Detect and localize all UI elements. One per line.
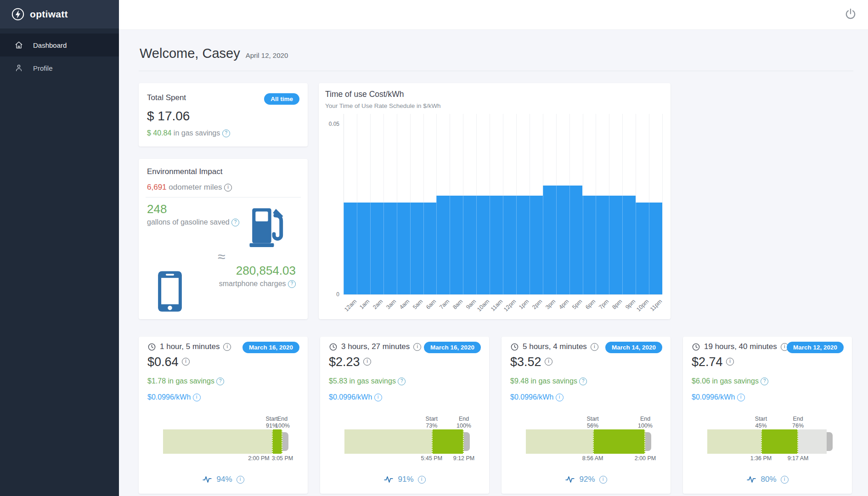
- efficiency-value: 91%: [398, 475, 413, 484]
- battery-bar: [707, 429, 827, 454]
- tou-bar-1am: [357, 203, 370, 294]
- battery-start-label: Start: [265, 416, 277, 422]
- help-icon[interactable]: ?: [231, 219, 239, 226]
- battery-initial-segment: [707, 429, 761, 454]
- info-icon[interactable]: i: [737, 394, 745, 401]
- environmental-impact-card: Environmental Impact 6,691 odometer mile…: [139, 159, 308, 319]
- tou-bar-5pm: [569, 186, 582, 294]
- total-spent-title: Total Spent: [147, 93, 186, 102]
- charge-cost-value: $3.52: [510, 355, 541, 369]
- sidebar-item-dashboard[interactable]: Dashboard: [0, 34, 119, 56]
- charge-date-badge: March 16, 2020: [242, 342, 299, 353]
- x-tick-label: 10am: [476, 298, 490, 313]
- tou-bar-9pm: [622, 196, 636, 294]
- battery-end-percent: 76%: [792, 423, 804, 429]
- efficiency-row: 94% i: [139, 474, 308, 485]
- info-icon[interactable]: i: [182, 358, 190, 366]
- info-icon[interactable]: i: [781, 476, 789, 484]
- tou-bar-1pm: [516, 196, 530, 294]
- info-icon[interactable]: i: [237, 476, 244, 484]
- x-tick-label: 1pm: [518, 298, 530, 310]
- battery-end-label: End: [793, 416, 803, 422]
- info-icon[interactable]: i: [374, 394, 382, 401]
- charge-duration-row: 3 hours, 27 minutes i: [329, 342, 421, 351]
- info-icon[interactable]: i: [591, 343, 598, 351]
- battery-charged-segment: [432, 429, 464, 454]
- info-icon[interactable]: i: [545, 358, 552, 366]
- help-icon[interactable]: ?: [761, 378, 768, 385]
- info-icon[interactable]: i: [599, 476, 607, 484]
- info-icon[interactable]: i: [224, 184, 232, 192]
- odometer-label: odometer miles: [169, 183, 222, 192]
- x-tick-label: 2am: [372, 298, 384, 310]
- total-gas-savings: $ 40.84 in gas savings ?: [147, 129, 230, 137]
- gallons-saved-value: 248: [147, 202, 167, 216]
- logout-power-button[interactable]: [844, 7, 857, 21]
- help-icon[interactable]: ?: [398, 378, 406, 385]
- gallons-saved-label: gallons of gasoline saved ?: [147, 218, 239, 226]
- chart-title: Time of use Cost/kWh: [325, 90, 404, 99]
- y-tick-zero: 0: [336, 291, 339, 298]
- charge-start-time: 8:56 AM: [582, 455, 603, 462]
- charge-gas-savings-text: $5.83 in gas savings: [329, 377, 396, 385]
- charge-duration-row: 1 hour, 5 minutes i: [147, 342, 231, 351]
- charge-start-time: 5:45 PM: [421, 455, 443, 462]
- charge-end-time: 9:12 PM: [453, 455, 475, 462]
- charge-duration: 3 hours, 27 minutes: [341, 342, 410, 351]
- charge-date-badge: March 14, 2020: [605, 342, 662, 353]
- pulse-icon: [202, 474, 212, 485]
- help-icon[interactable]: ?: [579, 378, 587, 385]
- tou-bar-11pm: [649, 203, 662, 294]
- info-icon[interactable]: i: [363, 358, 371, 366]
- battery-end-percent: 100%: [275, 423, 290, 429]
- sidebar-item-profile[interactable]: Profile: [0, 56, 119, 79]
- battery-start-percent: 45%: [755, 423, 767, 429]
- charge-gas-savings-text: $1.78 in gas savings: [147, 377, 214, 385]
- charge-duration: 19 hours, 40 minutes: [704, 342, 777, 351]
- x-tick-label: 4am: [398, 298, 411, 310]
- efficiency-value: 80%: [761, 475, 776, 484]
- tou-bar-6am: [423, 203, 436, 294]
- charge-cost: $3.52 i: [510, 355, 552, 369]
- battery-initial-segment: [344, 429, 432, 454]
- charge-gas-savings-text: $9.48 in gas savings: [510, 377, 577, 385]
- battery-start-label: Start: [755, 416, 767, 422]
- battery-bar: [344, 429, 464, 454]
- battery-charged-segment: [272, 429, 282, 454]
- charge-card-1: 1 hour, 5 minutes i March 16, 2020 $0.64…: [139, 337, 308, 494]
- info-icon[interactable]: i: [418, 476, 426, 484]
- tou-bar-12pm: [503, 196, 516, 294]
- x-tick-label: 9pm: [624, 298, 637, 310]
- info-icon[interactable]: i: [556, 394, 564, 401]
- brand-header: optiwatt: [0, 0, 119, 28]
- charge-cost-value: $2.23: [329, 355, 360, 369]
- info-icon[interactable]: i: [193, 394, 201, 401]
- efficiency-row: 91% i: [320, 474, 489, 485]
- x-tick-label: 5pm: [571, 298, 583, 310]
- charge-rate: $0.0996/kWh i: [329, 393, 382, 401]
- info-icon[interactable]: i: [413, 343, 421, 351]
- gas-pump-icon: [249, 206, 288, 249]
- info-icon[interactable]: i: [726, 358, 734, 366]
- info-icon[interactable]: i: [223, 343, 231, 351]
- all-time-badge: All time: [264, 93, 299, 105]
- charge-gas-savings: $6.06 in gas savings ?: [692, 377, 768, 385]
- charge-duration: 1 hour, 5 minutes: [160, 342, 220, 351]
- charge-cost-value: $0.64: [147, 355, 179, 369]
- efficiency-value: 94%: [216, 475, 232, 484]
- smartphone-icon: [157, 270, 183, 313]
- battery-initial-segment: [163, 429, 272, 454]
- x-tick-label: 7am: [438, 298, 451, 310]
- charge-end-time: 9:17 AM: [788, 455, 809, 462]
- help-icon[interactable]: ?: [222, 130, 230, 137]
- battery-end-percent: 100%: [457, 423, 471, 429]
- x-tick-label: 7pm: [597, 298, 610, 310]
- help-icon[interactable]: ?: [216, 378, 224, 385]
- approx-symbol: ≈: [218, 249, 225, 265]
- x-tick-label: 5am: [411, 298, 424, 310]
- battery-initial-segment: [526, 429, 593, 454]
- charge-date-badge: March 12, 2020: [787, 342, 844, 353]
- charge-end-time: 2:00 PM: [635, 455, 656, 462]
- gas-savings-amount: $ 40.84: [147, 129, 171, 137]
- help-icon[interactable]: ?: [288, 280, 296, 288]
